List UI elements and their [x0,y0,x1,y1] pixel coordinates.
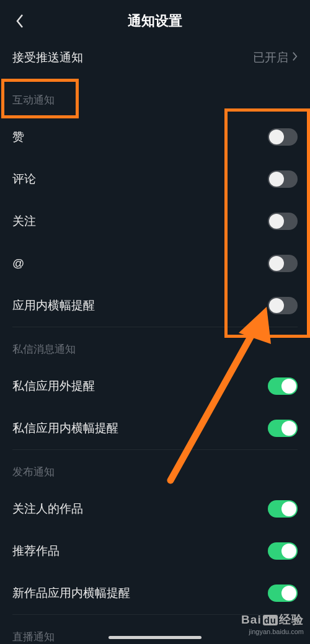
watermark-sub: jingyan.baidu.com [241,628,304,635]
row-dm-banner: 私信应用内横幅提醒 [0,407,310,449]
section-dm-title: 私信消息通知 [0,327,310,365]
row-banner: 应用内横幅提醒 [0,285,310,327]
toggle-dm-banner[interactable] [268,420,298,437]
watermark-brand-prefix: Bai [241,613,262,626]
toggle-dm-external[interactable] [268,377,298,395]
row-comment: 评论 [0,158,310,200]
label-newwork-banner: 新作品应用内横幅提醒 [12,585,130,601]
toggle-followed-works[interactable] [268,500,298,518]
push-label: 接受推送通知 [12,50,83,66]
label-comment: 评论 [12,171,36,187]
watermark-brand-suffix: 经验 [279,613,304,626]
toggle-mention[interactable] [268,255,298,272]
row-follow: 关注 [0,200,310,242]
row-like: 赞 [0,116,310,158]
toggle-like[interactable] [268,128,298,146]
label-like: 赞 [12,129,24,145]
push-status: 已开启 [253,50,288,66]
toggle-follow[interactable] [268,213,298,230]
label-recommended: 推荐作品 [12,543,60,559]
chevron-right-icon [292,51,298,64]
row-followed-works: 关注人的作品 [0,488,310,530]
toggle-newwork-banner[interactable] [268,584,298,602]
toggle-recommended[interactable] [268,542,298,560]
section-interactive-title: 互动通知 [0,78,310,116]
label-dm-external: 私信应用外提醒 [12,378,95,394]
row-newwork-banner: 新作品应用内横幅提醒 [0,572,310,614]
row-recommended: 推荐作品 [0,530,310,572]
row-mention: @ [0,242,310,285]
home-indicator [108,636,202,639]
label-follow: 关注 [12,213,36,229]
label-followed-works: 关注人的作品 [12,501,83,517]
page-title: 通知设置 [11,12,299,30]
row-dm-external: 私信应用外提醒 [0,365,310,407]
toggle-banner[interactable] [268,297,298,314]
watermark-brand-box: du [263,615,278,625]
section-publish-title: 发布通知 [0,450,310,488]
label-dm-banner: 私信应用内横幅提醒 [12,420,118,436]
watermark: Baidu经验 jingyan.baidu.com [241,612,304,635]
push-notification-row[interactable]: 接受推送通知 已开启 [0,37,310,78]
toggle-comment[interactable] [268,170,298,188]
label-banner: 应用内横幅提醒 [12,298,95,314]
label-mention: @ [12,257,24,270]
